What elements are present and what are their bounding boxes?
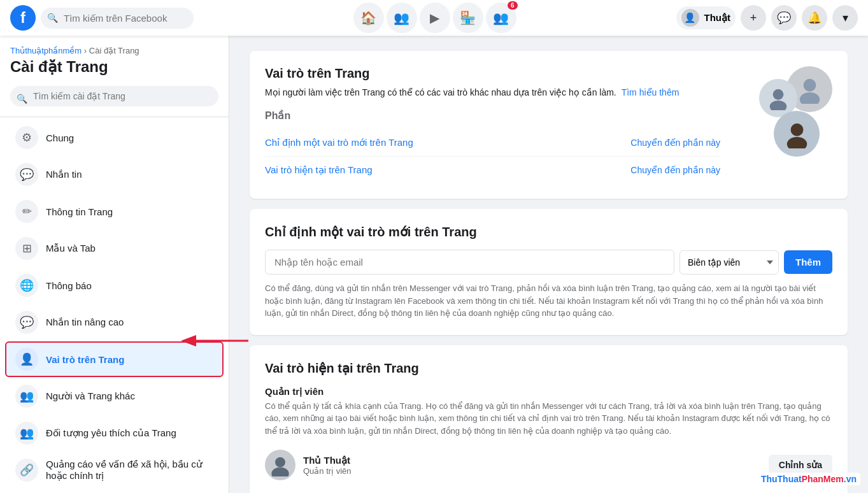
- hero-top-card: Vai trò trên Trang Mọi người làm việc tr…: [265, 66, 832, 183]
- sidebar-item-thong-tin-trang[interactable]: ✏ Thông tin Trang: [5, 194, 224, 229]
- sidebar-item-nhan-tin[interactable]: 💬 Nhắn tin: [5, 157, 224, 192]
- sidebar-item-label: Người và Trang khác: [46, 390, 135, 402]
- topnav-center: 🏠 👥 ▶ 🏪 👥 6: [199, 3, 671, 33]
- goto-assign-link[interactable]: Chuyển đến phần này: [630, 138, 720, 148]
- role-person-name: Thủ Thuật: [303, 455, 761, 466]
- breadcrumb: Thủthuậtphầnmềm › Cài đặt Trang: [0, 46, 229, 58]
- messenger-icon: 💬: [15, 311, 38, 334]
- sidebar-item-label: Quảng cáo về vấn đề xã hội, bầu cử hoặc …: [46, 459, 213, 482]
- hero-desc-text: Mọi người làm việc trên Trang có thể có …: [265, 87, 616, 97]
- svg-point-1: [799, 92, 820, 104]
- role-type-description: Có thể quản lý tất cả khía cạnh của Tran…: [265, 400, 832, 438]
- groups-nav-button[interactable]: 👥 6: [486, 3, 516, 33]
- role-person-avatar: [265, 450, 295, 480]
- search-wrap: 🔍: [41, 8, 194, 29]
- learn-more-link[interactable]: Tìm hiểu thêm: [622, 87, 679, 97]
- profile-name: Thuật: [704, 12, 730, 24]
- hero-text: Vai trò trên Trang Mọi người làm việc tr…: [265, 66, 720, 183]
- hero-description: Mọi người làm việc trên Trang có thể có …: [265, 86, 720, 99]
- sidebar-item-label: Nhắn tin: [46, 169, 82, 180]
- svg-point-4: [790, 123, 803, 136]
- svg-point-3: [770, 101, 787, 110]
- sidebar-search-input[interactable]: [10, 86, 218, 106]
- hero-title: Vai trò trên Trang: [265, 66, 720, 81]
- sidebar-item-noi-dung-thuong-hieu[interactable]: 🔗 Nội dung có thương hiệu: [5, 489, 224, 493]
- top-navigation: f 🔍 🏠 👥 ▶ 🏪 👥 6 👤 Thuật + 💬 🔔 ▾: [0, 0, 868, 36]
- profile-button[interactable]: 👤 Thuật: [676, 6, 736, 29]
- sidebar-item-thong-bao[interactable]: 🌐 Thông báo: [5, 268, 224, 303]
- breadcrumb-sep: ›: [84, 46, 89, 55]
- person-icon: 👤: [15, 348, 38, 371]
- hero-card: Vai trò trên Trang Mọi người làm việc tr…: [250, 51, 848, 199]
- hero-avatars: [730, 66, 832, 168]
- sidebar-search-icon: 🔍: [17, 94, 27, 104]
- section-link-current[interactable]: Vai trò hiện tại trên Trang: [265, 164, 373, 176]
- message-icon: 💬: [15, 163, 38, 186]
- gear-icon: ⚙: [15, 126, 38, 149]
- sidebar-item-quang-cao-xa-hoi[interactable]: 🔗 Quảng cáo về vấn đề xã hội, bầu cử hoặ…: [5, 452, 224, 488]
- search-input[interactable]: [41, 8, 194, 29]
- sidebar-item-label: Thông báo: [46, 280, 92, 291]
- svg-point-6: [275, 457, 285, 468]
- svg-point-2: [773, 89, 784, 100]
- watermark: ThuThuatPhanMem.vn: [757, 473, 860, 485]
- sidebar-divider: [0, 117, 229, 117]
- svg-point-5: [786, 137, 807, 148]
- people-icon: 👥: [15, 385, 38, 408]
- sidebar-item-chung[interactable]: ⚙ Chung: [5, 120, 224, 155]
- assign-role-card: Chỉ định một vai trò mới trên Trang Biên…: [250, 209, 848, 335]
- notifications-button[interactable]: 🔔: [802, 5, 827, 31]
- main-content: Vai trò trên Trang Mọi người làm việc tr…: [229, 36, 868, 493]
- assign-input-row: Biên tập viên Quản trị viên Người kiểm d…: [265, 250, 832, 275]
- assign-name-input[interactable]: [265, 250, 674, 275]
- sidebar-item-vai-tro-tren-trang[interactable]: 👤 Vai trò trên Trang: [5, 341, 224, 377]
- current-roles-title: Vai trò hiện tại trên Trang: [265, 361, 832, 376]
- sidebar-item-label: Thông tin Trang: [46, 206, 113, 217]
- sidebar-title: Cài đặt Trang: [0, 58, 229, 83]
- sidebar-item-nguoi-va-trang-khac[interactable]: 👥 Người và Trang khác: [5, 378, 224, 414]
- marketplace-nav-button[interactable]: 🏪: [453, 3, 483, 33]
- sidebar-search-wrap: 🔍: [0, 83, 229, 114]
- goto-current-link[interactable]: Chuyển đến phần này: [630, 165, 720, 175]
- role-type-title: Quản trị viên: [265, 386, 832, 397]
- assign-title: Chỉ định một vai trò mới trên Trang: [265, 224, 832, 239]
- section-row-assign: Chỉ định một vai trò mới trên Trang Chuy…: [265, 129, 720, 157]
- section-row-current: Vai trò hiện tại trên Trang Chuyển đến p…: [265, 157, 720, 183]
- section-link-assign[interactable]: Chỉ định một vai trò mới trên Trang: [265, 137, 413, 148]
- page-layout: Thủthuậtphầnmềm › Cài đặt Trang Cài đặt …: [0, 36, 868, 493]
- edit-icon: ✏: [15, 200, 38, 223]
- groups-badge: 6: [508, 1, 518, 10]
- sidebar-item-label: Chung: [46, 132, 74, 143]
- svg-point-0: [803, 78, 816, 91]
- sections-header: Phần: [265, 110, 720, 122]
- messenger-button[interactable]: 💬: [771, 5, 797, 31]
- role-person-role-label: Quản trị viên: [303, 466, 761, 476]
- friends-nav-button[interactable]: 👥: [387, 3, 417, 33]
- role-select[interactable]: Biên tập viên Quản trị viên Người kiểm d…: [679, 250, 779, 275]
- avatar-3: [774, 111, 820, 157]
- facebook-logo: f: [10, 5, 36, 31]
- current-roles-card: Vai trò hiện tại trên Trang Quản trị viê…: [250, 345, 848, 494]
- sidebar-item-mau-va-tab[interactable]: ⊞ Mẫu và Tab: [5, 231, 224, 266]
- sidebar-item-label: Vai trò trên Trang: [46, 354, 124, 365]
- assign-description: Có thể đăng, dùng và gửi tin nhắn trên M…: [265, 282, 832, 320]
- avatar: 👤: [681, 9, 699, 27]
- watermark-highlight: PhanMem: [802, 474, 844, 484]
- sidebar-item-nhan-tin-nang-cao[interactable]: 💬 Nhắn tin nâng cao: [5, 304, 224, 340]
- link-icon: 🔗: [15, 459, 38, 482]
- audience-icon: 👥: [15, 422, 38, 445]
- sidebar-item-label: Mẫu và Tab: [46, 243, 96, 254]
- video-nav-button[interactable]: ▶: [420, 3, 450, 33]
- sidebar-item-label: Nhắn tin nâng cao: [46, 317, 124, 328]
- breadcrumb-page-link[interactable]: Thủthuậtphầnmềm: [10, 46, 82, 55]
- add-button[interactable]: +: [741, 5, 766, 31]
- chevron-down-button[interactable]: ▾: [832, 5, 858, 31]
- add-role-button[interactable]: Thêm: [784, 250, 832, 274]
- home-nav-button[interactable]: 🏠: [353, 3, 384, 33]
- grid-icon: ⊞: [15, 237, 38, 260]
- search-icon: 🔍: [47, 13, 58, 23]
- sidebar-item-doi-tuong-yeu-thich[interactable]: 👥 Đối tượng yêu thích của Trang: [5, 415, 224, 451]
- globe-icon: 🌐: [15, 274, 38, 297]
- role-person-info: Thủ Thuật Quản trị viên: [303, 455, 761, 476]
- role-person-row: Thủ Thuật Quản trị viên Chỉnh sửa: [265, 445, 832, 485]
